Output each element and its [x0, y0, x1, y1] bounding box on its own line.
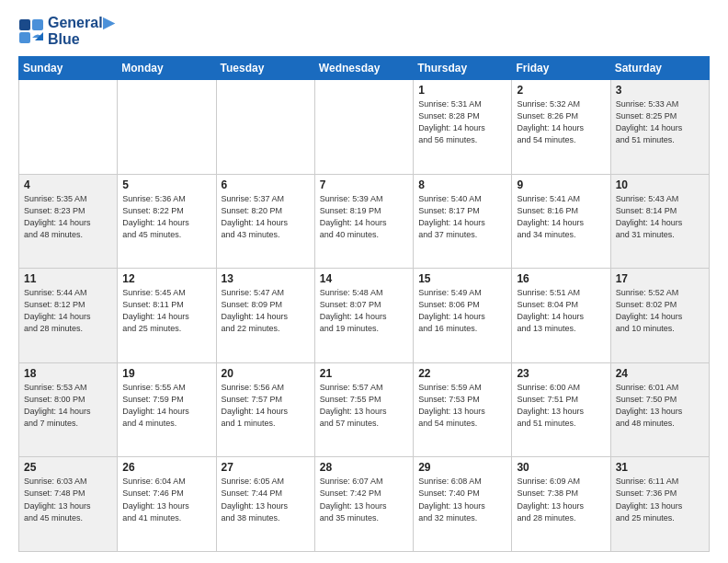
week-row-5: 25Sunrise: 6:03 AMSunset: 7:48 PMDayligh… [19, 457, 710, 552]
day-info-line: Sunset: 8:23 PM [24, 205, 112, 217]
day-cell: 16Sunrise: 5:51 AMSunset: 8:04 PMDayligh… [512, 269, 610, 363]
day-info-line: Daylight: 14 hours [517, 217, 605, 229]
day-number: 12 [122, 272, 210, 285]
day-info-line: Daylight: 13 hours [418, 406, 506, 418]
day-info-line: Sunrise: 6:01 AM [616, 382, 704, 394]
day-info-line: and 10 minutes. [616, 323, 704, 335]
day-info-line: Sunrise: 5:43 AM [616, 193, 704, 205]
day-info-line: Sunrise: 5:44 AM [24, 287, 112, 299]
day-number: 9 [517, 178, 605, 191]
page: General▶ Blue SundayMondayTuesdayWednesd… [0, 0, 728, 563]
day-number: 28 [320, 461, 408, 474]
day-cell: 24Sunrise: 6:01 AMSunset: 7:50 PMDayligh… [610, 362, 709, 457]
day-info-line: Sunrise: 5:37 AM [222, 193, 310, 205]
day-info-line: Sunrise: 5:36 AM [122, 193, 210, 205]
day-info-line: Sunset: 8:19 PM [320, 205, 408, 217]
day-cell [216, 80, 314, 175]
day-number: 25 [24, 461, 112, 474]
day-number: 4 [24, 178, 112, 191]
day-info-line: Sunset: 7:55 PM [320, 394, 408, 406]
day-cell: 2Sunrise: 5:32 AMSunset: 8:26 PMDaylight… [512, 80, 610, 175]
day-info-line: and 37 minutes. [418, 229, 506, 241]
day-info-line: Daylight: 14 hours [222, 406, 310, 418]
day-info-line: and 28 minutes. [517, 512, 605, 524]
day-info-line: Sunset: 8:12 PM [24, 299, 112, 311]
day-info-line: Daylight: 14 hours [616, 122, 704, 134]
day-number: 23 [517, 367, 605, 380]
day-info-line: and 13 minutes. [517, 323, 605, 335]
day-cell: 20Sunrise: 5:56 AMSunset: 7:57 PMDayligh… [216, 362, 314, 457]
day-cell: 1Sunrise: 5:31 AMSunset: 8:28 PMDaylight… [414, 80, 512, 175]
day-info-line: Sunrise: 6:07 AM [320, 476, 408, 488]
day-info-line: Sunset: 8:14 PM [616, 205, 704, 217]
day-cell: 4Sunrise: 5:35 AMSunset: 8:23 PMDaylight… [19, 174, 118, 269]
logo-icon [18, 18, 44, 44]
day-number: 27 [222, 461, 310, 474]
day-info-line: Daylight: 14 hours [418, 122, 506, 134]
day-cell: 11Sunrise: 5:44 AMSunset: 8:12 PMDayligh… [19, 269, 118, 363]
day-info-line: Daylight: 13 hours [616, 406, 704, 418]
day-cell: 8Sunrise: 5:40 AMSunset: 8:17 PMDaylight… [414, 174, 512, 269]
day-cell: 23Sunrise: 6:00 AMSunset: 7:51 PMDayligh… [512, 362, 610, 457]
day-info-line: Daylight: 13 hours [517, 500, 605, 512]
day-info-line: and 56 minutes. [418, 134, 506, 146]
day-info-line: Sunset: 8:02 PM [616, 299, 704, 311]
day-cell: 14Sunrise: 5:48 AMSunset: 8:07 PMDayligh… [314, 269, 413, 363]
day-number: 31 [616, 461, 704, 474]
day-info-line: and 51 minutes. [616, 134, 704, 146]
day-cell: 27Sunrise: 6:05 AMSunset: 7:44 PMDayligh… [216, 457, 314, 552]
day-info-line: Daylight: 14 hours [122, 217, 210, 229]
day-info-line: Daylight: 13 hours [122, 500, 210, 512]
weekday-header-sunday: Sunday [19, 57, 118, 80]
day-info-line: Daylight: 14 hours [222, 311, 310, 323]
day-number: 14 [320, 272, 408, 285]
weekday-header-monday: Monday [118, 57, 216, 80]
day-cell [19, 80, 118, 175]
day-info-line: and 34 minutes. [517, 229, 605, 241]
day-number: 24 [616, 367, 704, 380]
weekday-header-tuesday: Tuesday [216, 57, 314, 80]
day-info-line: and 54 minutes. [418, 418, 506, 430]
day-cell [314, 80, 413, 175]
day-info-line: Sunset: 7:50 PM [616, 394, 704, 406]
day-info-line: Sunset: 8:11 PM [122, 299, 210, 311]
day-info-line: Daylight: 13 hours [320, 406, 408, 418]
day-info-line: and 57 minutes. [320, 418, 408, 430]
day-info-line: and 19 minutes. [320, 323, 408, 335]
day-info-line: Sunrise: 6:05 AM [222, 476, 310, 488]
day-info-line: Sunrise: 5:56 AM [222, 382, 310, 394]
day-info-line: and 43 minutes. [222, 229, 310, 241]
day-info-line: Sunrise: 6:03 AM [24, 476, 112, 488]
day-cell: 22Sunrise: 5:59 AMSunset: 7:53 PMDayligh… [414, 362, 512, 457]
svg-rect-1 [32, 19, 43, 30]
day-info-line: Sunset: 7:46 PM [122, 488, 210, 500]
day-info-line: and 35 minutes. [320, 512, 408, 524]
day-info-line: and 25 minutes. [616, 512, 704, 524]
day-info-line: and 25 minutes. [122, 323, 210, 335]
day-cell: 10Sunrise: 5:43 AMSunset: 8:14 PMDayligh… [610, 174, 709, 269]
day-info-line: and 45 minutes. [24, 512, 112, 524]
day-cell: 7Sunrise: 5:39 AMSunset: 8:19 PMDaylight… [314, 174, 413, 269]
svg-rect-2 [19, 32, 30, 43]
day-info-line: Daylight: 13 hours [320, 500, 408, 512]
day-number: 7 [320, 178, 408, 191]
day-info-line: and 7 minutes. [24, 418, 112, 430]
day-info-line: and 48 minutes. [616, 418, 704, 430]
day-cell: 26Sunrise: 6:04 AMSunset: 7:46 PMDayligh… [118, 457, 216, 552]
day-info-line: and 48 minutes. [24, 229, 112, 241]
day-info-line: Sunrise: 5:41 AM [517, 193, 605, 205]
logo-line1: General▶ [48, 15, 114, 31]
weekday-header-wednesday: Wednesday [314, 57, 413, 80]
day-info-line: Sunset: 8:22 PM [122, 205, 210, 217]
day-cell: 9Sunrise: 5:41 AMSunset: 8:16 PMDaylight… [512, 174, 610, 269]
day-number: 21 [320, 367, 408, 380]
day-info-line: Daylight: 13 hours [517, 406, 605, 418]
day-info-line: Daylight: 14 hours [517, 311, 605, 323]
logo-line2: Blue [48, 31, 114, 48]
day-info-line: Daylight: 14 hours [122, 311, 210, 323]
day-info-line: Daylight: 14 hours [24, 311, 112, 323]
day-info-line: Sunrise: 6:00 AM [517, 382, 605, 394]
day-info-line: Daylight: 14 hours [616, 311, 704, 323]
day-info-line: Sunset: 7:51 PM [517, 394, 605, 406]
weekday-header-thursday: Thursday [414, 57, 512, 80]
